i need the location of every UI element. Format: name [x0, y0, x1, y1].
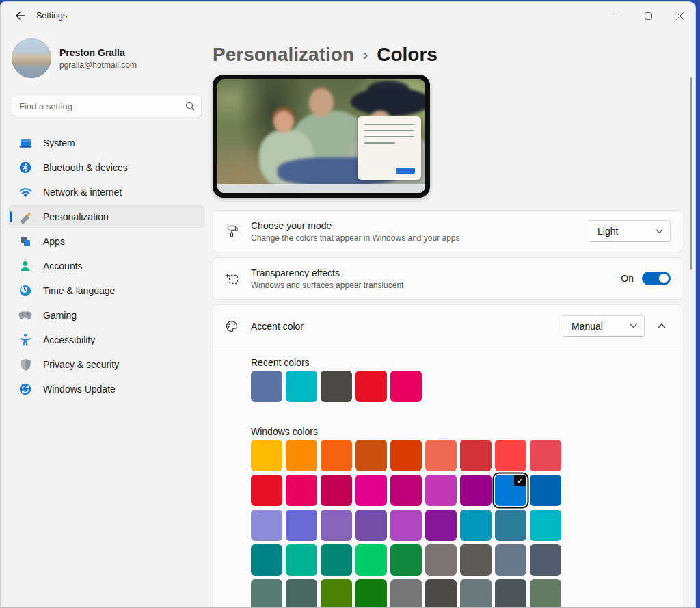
- accent-collapse-button[interactable]: [653, 317, 671, 335]
- windows-color-swatch[interactable]: [355, 544, 387, 576]
- sidebar-item-bluetooth-devices[interactable]: Bluetooth & devices: [9, 156, 204, 179]
- windows-color-swatch[interactable]: [530, 510, 561, 541]
- sidebar-item-privacy-security[interactable]: Privacy & security: [9, 353, 204, 376]
- sidebar-item-apps[interactable]: Apps: [9, 230, 204, 253]
- recent-color-swatch[interactable]: [286, 371, 317, 402]
- recent-color-swatch[interactable]: [355, 371, 387, 402]
- windows-color-swatch[interactable]: [286, 510, 317, 541]
- sidebar-item-gaming[interactable]: Gaming: [9, 304, 204, 327]
- windows-color-swatch[interactable]: [425, 579, 457, 608]
- windows-color-swatch[interactable]: [425, 544, 457, 576]
- sidebar-item-label: Apps: [43, 236, 65, 247]
- windows-color-swatch[interactable]: [460, 440, 492, 471]
- windows-color-swatch[interactable]: [286, 440, 317, 471]
- windows-color-swatch[interactable]: [355, 579, 387, 608]
- windows-color-swatch[interactable]: [355, 475, 387, 506]
- main-content: Personalization › Colors: [213, 29, 695, 607]
- search-input[interactable]: [12, 101, 185, 111]
- windows-color-swatch[interactable]: [495, 440, 526, 471]
- breadcrumb-personalization[interactable]: Personalization: [213, 44, 354, 66]
- windows-color-swatch[interactable]: [286, 475, 317, 506]
- recent-color-swatch[interactable]: [321, 371, 352, 402]
- choose-mode-card: Choose your mode Change the colors that …: [213, 210, 682, 252]
- windows-color-swatch[interactable]: [530, 475, 561, 506]
- windows-color-swatch[interactable]: [390, 510, 422, 541]
- windows-color-swatch[interactable]: [460, 579, 492, 608]
- windows-color-swatch[interactable]: [425, 475, 457, 506]
- windows-color-swatch[interactable]: [251, 510, 282, 541]
- close-button[interactable]: [664, 2, 695, 29]
- minimize-button[interactable]: [601, 2, 632, 29]
- windows-color-swatch[interactable]: [390, 475, 422, 506]
- windows-color-swatch[interactable]: [495, 579, 526, 608]
- sidebar-item-network-internet[interactable]: Network & internet: [9, 181, 204, 204]
- windows-color-swatch[interactable]: [530, 440, 561, 471]
- recent-color-swatch[interactable]: [390, 371, 422, 402]
- accent-color-title: Accent color: [251, 321, 563, 332]
- sidebar: Preston Gralla pgralla@hotmail.com Syste…: [1, 29, 213, 607]
- windows-color-swatch[interactable]: [251, 440, 282, 471]
- windows-color-swatch[interactable]: [355, 440, 387, 471]
- privacy-icon: [18, 358, 32, 371]
- windows-color-swatch[interactable]: [321, 579, 352, 608]
- transparency-subtitle: Windows and surfaces appear translucent: [251, 280, 621, 290]
- windows-color-swatch[interactable]: [495, 510, 526, 541]
- sidebar-item-accessibility[interactable]: Accessibility: [9, 328, 204, 352]
- windows-color-swatch[interactable]: [425, 510, 457, 541]
- windows-color-swatch[interactable]: [251, 544, 282, 576]
- windows-color-swatch[interactable]: [321, 440, 352, 471]
- windows-color-swatch[interactable]: [390, 579, 422, 608]
- windows-color-swatch[interactable]: [530, 579, 561, 608]
- wallpaper-preview-photo: [217, 79, 425, 193]
- mode-dropdown-value: Light: [597, 226, 650, 237]
- sidebar-item-personalization[interactable]: Personalization: [9, 205, 204, 228]
- windows-color-swatch[interactable]: [390, 544, 422, 576]
- search-box[interactable]: [12, 96, 202, 116]
- mode-dropdown[interactable]: Light: [589, 220, 671, 242]
- scrollbar[interactable]: [690, 77, 692, 270]
- windows-color-swatch[interactable]: [251, 475, 282, 506]
- sidebar-item-time-language[interactable]: Time & language: [9, 279, 204, 302]
- windows-color-swatch[interactable]: [321, 475, 352, 506]
- breadcrumb-chevron: ›: [363, 45, 368, 64]
- windows-color-swatch[interactable]: [390, 440, 422, 471]
- close-icon: [676, 12, 684, 20]
- personalization-icon: [18, 210, 32, 224]
- windows-colors-grid: ✓: [251, 440, 682, 608]
- sidebar-item-windows-update[interactable]: Windows Update: [9, 378, 204, 401]
- page-title: Colors: [377, 44, 438, 66]
- sidebar-item-system[interactable]: System: [9, 131, 204, 155]
- transparency-toggle[interactable]: [642, 272, 671, 285]
- windows-color-swatch[interactable]: [460, 544, 492, 576]
- titlebar: Settings: [1, 2, 695, 29]
- windows-color-swatch[interactable]: [460, 510, 492, 541]
- settings-window: Settings Preston Gralla pgralla@hotmail.…: [0, 1, 696, 608]
- windows-color-swatch[interactable]: [286, 579, 317, 608]
- windows-color-swatch[interactable]: [495, 544, 526, 576]
- network-icon: [18, 185, 32, 199]
- windows-color-swatch[interactable]: [251, 579, 282, 608]
- maximize-button[interactable]: [632, 2, 664, 29]
- windows-color-swatch[interactable]: [321, 510, 352, 541]
- transparency-card: Transparency effects Windows and surface…: [213, 257, 682, 300]
- back-button[interactable]: [10, 7, 29, 25]
- windows-color-swatch[interactable]: [530, 544, 561, 576]
- theme-preview-device: [213, 75, 430, 198]
- windows-color-swatch[interactable]: [355, 510, 387, 541]
- windows-color-swatch[interactable]: [460, 475, 492, 506]
- sidebar-nav: SystemBluetooth & devicesNetwork & inter…: [1, 131, 213, 401]
- windows-color-swatch-selected[interactable]: ✓: [495, 475, 526, 506]
- transparency-icon: [224, 272, 239, 285]
- windows-color-swatch[interactable]: [286, 544, 317, 576]
- windows-color-swatch[interactable]: [321, 544, 352, 576]
- toggle-knob: [659, 274, 669, 283]
- sidebar-item-accounts[interactable]: Accounts: [9, 254, 204, 278]
- accent-color-card: Accent color Manual Recent colors Window…: [213, 304, 682, 608]
- breadcrumb: Personalization › Colors: [213, 41, 695, 68]
- system-icon: [18, 136, 32, 150]
- accent-mode-dropdown[interactable]: Manual: [563, 315, 645, 337]
- windows-color-swatch[interactable]: [425, 440, 457, 471]
- accessibility-icon: [18, 333, 32, 347]
- user-profile[interactable]: Preston Gralla pgralla@hotmail.com: [12, 38, 213, 78]
- recent-color-swatch[interactable]: [251, 371, 282, 402]
